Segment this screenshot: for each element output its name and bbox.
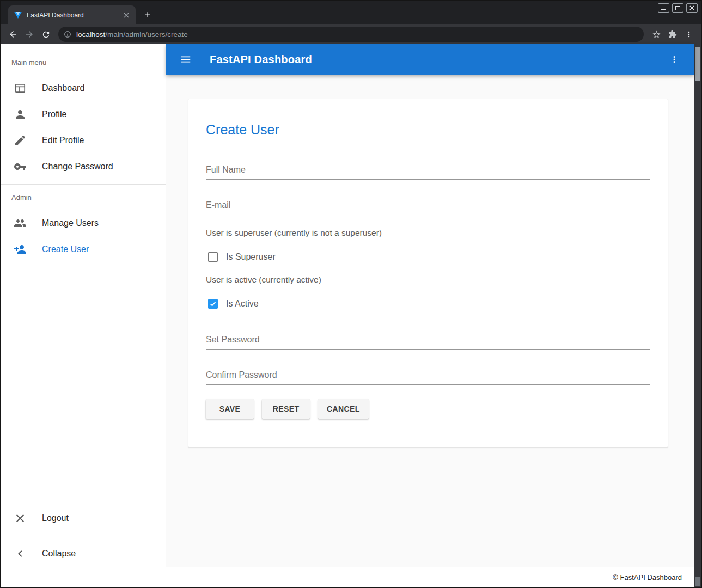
sidebar-item-dashboard[interactable]: Dashboard [1, 75, 166, 101]
cancel-button[interactable]: CANCEL [318, 399, 369, 419]
page-title: Create User [206, 122, 650, 138]
copyright-text: © FastAPI Dashboard [613, 573, 682, 581]
extensions-icon[interactable] [664, 26, 681, 42]
browser-toolbar: localhost/main/admin/users/create [1, 24, 701, 44]
browser-window: FastAPI Dashboard [0, 0, 702, 588]
browser-tab[interactable]: FastAPI Dashboard [8, 5, 136, 24]
url-host: localhost [76, 30, 105, 39]
address-bar[interactable]: localhost/main/admin/users/create [58, 27, 644, 42]
close-icon [14, 512, 27, 525]
sidebar-section-main-menu: Main menu [1, 54, 166, 75]
close-window-icon [689, 5, 694, 10]
sidebar-item-label: Dashboard [42, 83, 84, 93]
sidebar-item-label: Logout [42, 513, 69, 523]
minimize-icon [661, 6, 666, 10]
sidebar-item-create-user[interactable]: Create User [1, 236, 166, 262]
scrollbar-corner [695, 577, 700, 586]
browser-menu-button[interactable] [681, 26, 697, 42]
active-hint: User is active (currently active) [206, 275, 650, 285]
minimize-button[interactable] [658, 3, 669, 13]
full-name-input[interactable] [206, 163, 650, 180]
scrollbar-thumb[interactable] [695, 47, 700, 81]
bookmark-star-icon[interactable] [648, 26, 664, 42]
sidebar-item-collapse[interactable]: Collapse [1, 541, 166, 567]
sidebar-divider [1, 536, 166, 536]
sidebar-item-logout[interactable]: Logout [1, 505, 166, 531]
maximize-button[interactable] [672, 3, 683, 13]
menu-toggle-button[interactable] [176, 50, 196, 69]
sidebar-item-label: Collapse [42, 549, 76, 559]
chevron-left-icon [14, 547, 27, 560]
sidebar-item-label: Create User [42, 244, 89, 254]
is-active-checkbox[interactable] [208, 299, 218, 309]
sidebar-item-label: Edit Profile [42, 136, 84, 145]
create-user-card: Create User User is superuser (currently… [188, 99, 668, 448]
is-superuser-label: Is Superuser [226, 252, 276, 262]
hamburger-icon [180, 53, 192, 65]
tab-strip: FastAPI Dashboard [1, 1, 701, 24]
page-viewport: Main menu Dashboard Profile [1, 44, 701, 587]
vuetify-favicon [14, 11, 22, 20]
page-info-icon[interactable] [64, 30, 71, 38]
set-password-input[interactable] [206, 333, 650, 350]
form-buttons: SAVE RESET CANCEL [206, 399, 650, 419]
forward-button[interactable] [21, 26, 38, 42]
url-path: /main/admin/users/create [105, 30, 188, 39]
kebab-menu-icon [669, 54, 679, 64]
person-add-icon [14, 243, 27, 256]
people-icon [14, 217, 27, 230]
sidebar-section-admin: Admin [1, 189, 166, 210]
app-bar: FastAPI Dashboard [166, 44, 694, 75]
pencil-icon [14, 134, 27, 147]
tab-close-icon[interactable] [121, 10, 131, 20]
email-input[interactable] [206, 198, 650, 215]
refresh-button[interactable] [38, 26, 54, 42]
page-body: Create User User is superuser (currently… [166, 75, 694, 567]
sidebar-item-change-password[interactable]: Change Password [1, 154, 166, 180]
url-text: localhost/main/admin/users/create [76, 30, 188, 39]
is-active-label: Is Active [226, 299, 259, 309]
dashboard-icon [14, 82, 27, 95]
window-controls [658, 3, 698, 13]
new-tab-button[interactable] [140, 7, 155, 22]
confirm-password-input[interactable] [206, 368, 650, 385]
superuser-checkbox-row: Is Superuser [206, 252, 650, 262]
key-icon [14, 160, 27, 173]
vertical-scrollbar[interactable] [694, 44, 701, 587]
close-window-button[interactable] [686, 3, 698, 13]
main-content: FastAPI Dashboard Create User User is su… [166, 44, 694, 567]
sidebar-item-label: Change Password [42, 162, 113, 171]
back-button[interactable] [5, 26, 21, 42]
reset-button[interactable]: RESET [262, 399, 310, 419]
sidebar-item-label: Profile [42, 109, 66, 119]
sidebar-spacer [1, 262, 166, 505]
superuser-hint: User is superuser (currently is not a su… [206, 228, 650, 238]
page-footer: © FastAPI Dashboard [1, 567, 694, 587]
person-icon [14, 108, 27, 121]
appbar-title: FastAPI Dashboard [210, 53, 312, 66]
sidebar: Main menu Dashboard Profile [1, 44, 166, 567]
maximize-icon [675, 6, 680, 10]
sidebar-item-label: Manage Users [42, 218, 99, 228]
sidebar-item-manage-users[interactable]: Manage Users [1, 210, 166, 236]
save-button[interactable]: SAVE [206, 399, 254, 419]
sidebar-divider [1, 184, 166, 185]
active-checkbox-row: Is Active [206, 299, 650, 309]
tab-title: FastAPI Dashboard [27, 11, 117, 19]
sidebar-item-profile[interactable]: Profile [1, 101, 166, 127]
is-superuser-checkbox[interactable] [208, 252, 218, 262]
sidebar-item-edit-profile[interactable]: Edit Profile [1, 127, 166, 154]
appbar-menu-button[interactable] [664, 50, 684, 69]
checkmark-icon [209, 300, 217, 308]
